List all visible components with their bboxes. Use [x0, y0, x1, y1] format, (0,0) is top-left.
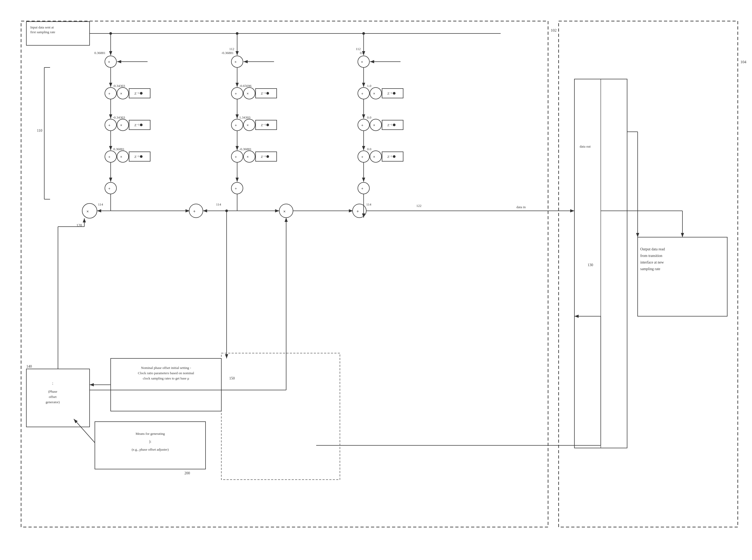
svg-point-91 [279, 204, 293, 218]
add-c1r4: + [108, 186, 110, 191]
ref-110: 110 [37, 128, 42, 133]
mult-c3r1: × [373, 92, 375, 96]
add-c1r2: + [108, 123, 110, 127]
add-bottom-center: + [193, 209, 196, 214]
mult-middle: × [283, 209, 286, 214]
means-line3: (e.g., phase offset adjuster) [132, 447, 169, 452]
svg-point-64 [393, 92, 395, 95]
mult-c1r3: × [120, 155, 122, 159]
phase-gen-colon: : [52, 381, 53, 385]
coeff-10: 1.0 [367, 84, 371, 88]
mult-c1: × [108, 60, 110, 64]
svg-point-65 [370, 87, 382, 99]
svg-point-42 [243, 87, 255, 99]
svg-rect-28 [129, 152, 150, 161]
svg-point-25 [117, 119, 128, 131]
svg-point-21 [105, 119, 117, 131]
z1-c3r1: Z⁻¹ [387, 92, 392, 95]
svg-point-33 [105, 182, 117, 194]
ref-114-2: 114 [216, 202, 221, 206]
svg-rect-74 [382, 152, 403, 161]
mult-c1r2: × [120, 123, 122, 127]
svg-point-58 [358, 56, 369, 67]
z1-c2r2: Z⁻¹ [261, 123, 266, 127]
phase-gen-label2: offset [49, 395, 57, 399]
svg-point-8 [109, 32, 112, 35]
ref-112-1: 112 [229, 47, 234, 51]
svg-point-54 [243, 151, 255, 162]
z1-c1r1: Z⁻¹ [135, 92, 139, 95]
z1-c1r3: Z⁻¹ [135, 155, 139, 159]
mult-c1r1: × [120, 92, 122, 96]
svg-rect-51 [256, 152, 277, 161]
svg-rect-2 [21, 21, 548, 527]
data-out-label: data out [580, 144, 591, 148]
mult-c2r2: × [247, 123, 249, 127]
coeff-8: -0.36881 [239, 147, 252, 151]
mult-c2r3: × [247, 155, 249, 159]
svg-point-79 [358, 182, 369, 194]
svg-point-67 [358, 119, 369, 131]
z1-c3r2: Z⁻¹ [387, 123, 392, 127]
svg-point-73 [358, 151, 369, 162]
z1-c3r3: Z⁻¹ [387, 155, 392, 159]
output-data-line1: Output data read [640, 247, 665, 251]
svg-rect-3 [558, 21, 738, 527]
coeff-11: 0.0 [367, 116, 371, 119]
svg-point-41 [266, 92, 269, 95]
svg-point-24 [140, 124, 143, 126]
coeff-6: -0.65696 [239, 84, 252, 88]
add-c1r3: + [108, 155, 110, 159]
ref-104: 104 [740, 60, 747, 64]
phase-gen-label3: generator) [46, 400, 60, 404]
svg-point-18 [140, 92, 143, 95]
svg-point-53 [266, 155, 269, 158]
phase-gen-label1: (Phase [48, 389, 57, 394]
add-c3r1: + [361, 92, 363, 96]
svg-line-102 [74, 419, 95, 443]
ref-114-3: 114 [366, 202, 371, 206]
mult-c2r1: × [247, 92, 249, 96]
output-data-line4: sampling rate [640, 267, 660, 271]
ref-140: 140 [26, 364, 32, 368]
svg-rect-22 [129, 120, 150, 129]
nominal-line2: Clock ratio parameters based on nominal [138, 371, 194, 375]
add-c2r4: + [235, 186, 237, 191]
ref-150: 150 [229, 376, 235, 380]
ref-200: 200 [184, 471, 190, 475]
svg-point-71 [370, 119, 382, 131]
z1-c1r2: Z⁻¹ [135, 123, 139, 127]
svg-point-104 [225, 209, 228, 212]
z1-c2r3: Z⁻¹ [261, 155, 266, 159]
add-c2r3: + [235, 155, 237, 159]
mult-120: × [86, 209, 89, 214]
data-in-label: data in [516, 205, 526, 209]
svg-point-80 [82, 203, 97, 218]
coeff-12: 0.0 [367, 147, 371, 151]
svg-point-77 [370, 151, 382, 162]
mult-c3r2: × [373, 123, 375, 127]
ref-122: 122 [416, 204, 422, 208]
svg-rect-100 [95, 422, 205, 469]
svg-point-56 [231, 182, 243, 194]
svg-rect-68 [382, 120, 403, 129]
nominal-line1: Nominal phase offset initial setting - [141, 366, 191, 370]
svg-rect-39 [256, 88, 277, 98]
coeff-9: 0.0 [360, 51, 364, 55]
mult-c3: × [361, 60, 363, 64]
add-c2r2: + [235, 123, 237, 127]
add-c2r1: + [235, 92, 237, 96]
ref-130: 130 [588, 263, 593, 267]
svg-point-70 [393, 124, 395, 126]
coeff-4: 0.36881 [113, 147, 124, 151]
input-label-line2: first sampling rate [30, 30, 55, 34]
svg-rect-115 [221, 353, 340, 480]
coeff-5: -0.36881 [221, 51, 234, 55]
add-final: + [357, 209, 359, 214]
add-c3r3: + [361, 155, 363, 159]
coeff-3: -0.34303 [113, 116, 125, 119]
output-data-line2: from transition [640, 254, 663, 258]
coeff-2: -0.34303 [113, 84, 125, 88]
coeff-7: 1.34303 [239, 116, 250, 119]
svg-rect-45 [256, 120, 277, 129]
